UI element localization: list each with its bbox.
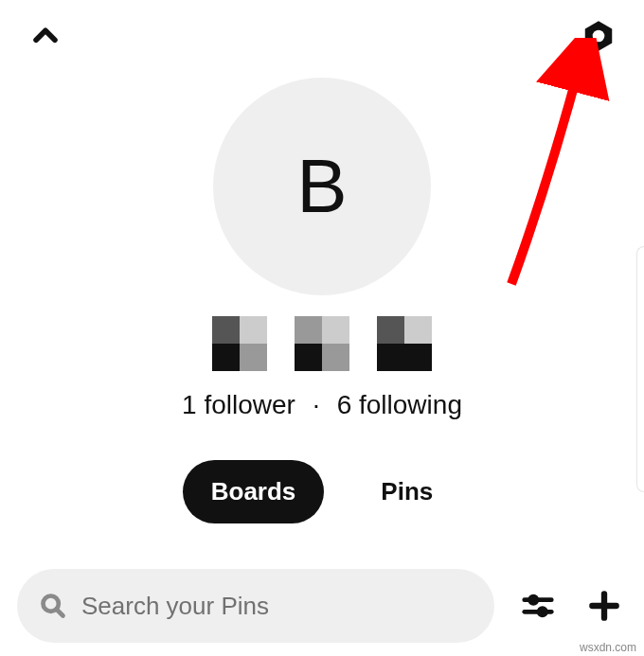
plus-icon: [586, 588, 622, 624]
gear-icon: [581, 19, 616, 53]
following-count[interactable]: 6 following: [337, 390, 462, 420]
watermark: wsxdn.com: [580, 641, 636, 654]
svg-point-7: [539, 609, 546, 615]
svg-point-5: [530, 596, 537, 603]
avatar-initial: B: [296, 143, 347, 230]
username-redacted: [212, 316, 432, 371]
svg-point-1: [593, 30, 605, 43]
search-placeholder: Search your Pins: [81, 592, 269, 621]
search-input[interactable]: Search your Pins: [17, 569, 494, 643]
sliders-icon: [520, 588, 556, 624]
search-icon: [40, 593, 66, 619]
chevron-up-icon: [29, 20, 62, 52]
tab-pins[interactable]: Pins: [352, 460, 461, 523]
followers-count[interactable]: 1 follower: [182, 390, 295, 420]
back-button[interactable]: [23, 13, 68, 59]
side-handle: [636, 246, 644, 492]
tab-boards[interactable]: Boards: [183, 460, 325, 523]
avatar[interactable]: B: [213, 78, 431, 295]
add-button[interactable]: [581, 583, 627, 629]
profile-tabs: Boards Pins: [183, 460, 462, 523]
svg-line-3: [57, 610, 63, 616]
profile-stats: 1 follower · 6 following: [182, 390, 462, 420]
separator-dot: ·: [313, 390, 320, 420]
filter-button[interactable]: [515, 583, 561, 629]
settings-button[interactable]: [576, 13, 621, 59]
